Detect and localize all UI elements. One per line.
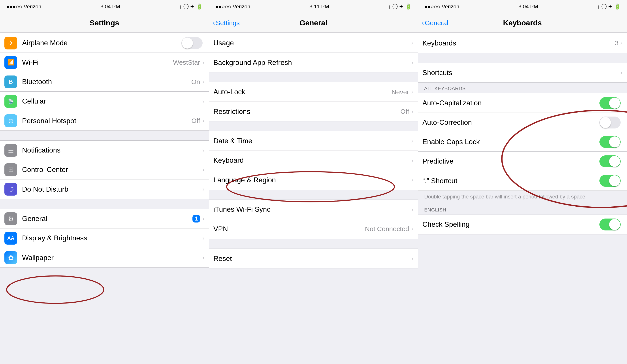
settings-group-2: ☰ Notifications › ⊞ Control Center › ☽ D…: [0, 140, 209, 199]
wallpaper-label: Wallpaper: [22, 254, 202, 262]
time-2: 3:11 PM: [310, 3, 329, 10]
row-shortcuts[interactable]: Shortcuts ›: [418, 63, 627, 82]
shortcuts-chevron: ›: [620, 69, 622, 76]
capslock-toggle[interactable]: [599, 136, 621, 148]
row-vpn[interactable]: VPN Not Connected ›: [209, 219, 418, 239]
row-language[interactable]: Language & Region ›: [209, 170, 418, 190]
keyboards-group-3: Auto-Capitalization Auto-Correction Enab…: [418, 93, 627, 191]
wifi-label: Wi-Fi: [22, 58, 173, 66]
carrier-3: ●●○○○ Verizon: [424, 3, 459, 10]
row-notifications[interactable]: ☰ Notifications ›: [0, 141, 209, 160]
general-icon: ⚙: [4, 212, 17, 225]
row-general[interactable]: ⚙ General 1 ›: [0, 209, 209, 228]
row-period-shortcut[interactable]: “.” Shortcut: [418, 171, 627, 191]
row-cellular[interactable]: 📡 Cellular ›: [0, 92, 209, 111]
row-dnd[interactable]: ☽ Do Not Disturb ›: [0, 179, 209, 199]
wifi-chevron: ›: [202, 59, 204, 66]
panel-settings: ●●●○○ Verizon 3:04 PM ↑ ⓘ ✦ 🔋 Settings ✈…: [0, 0, 209, 364]
restrictions-value: Off: [400, 108, 409, 115]
vpn-chevron: ›: [411, 225, 413, 232]
row-autocorrect[interactable]: Auto-Correction: [418, 113, 627, 132]
nav-title-3: Keyboards: [503, 19, 542, 27]
back-btn-2[interactable]: ‹ Settings: [212, 19, 240, 27]
row-datetime[interactable]: Date & Time ›: [209, 131, 418, 151]
period-note: Double tapping the space bar will insert…: [418, 191, 627, 204]
cellular-label: Cellular: [22, 97, 202, 105]
hotspot-value: Off: [191, 117, 200, 124]
autocap-toggle[interactable]: [599, 97, 621, 109]
general-group-2: Auto-Lock Never › Restrictions Off ›: [209, 82, 418, 121]
time-1: 3:04 PM: [101, 3, 120, 10]
bluetooth-value: On: [191, 78, 200, 86]
carrier-1: ●●●○○ Verizon: [6, 3, 41, 10]
itunes-label: iTunes Wi-Fi Sync: [213, 205, 411, 213]
keyboards-group-4: Check Spelling: [418, 214, 627, 234]
row-bluetooth[interactable]: B Bluetooth On ›: [0, 72, 209, 92]
autocap-label: Auto-Capitalization: [422, 99, 599, 107]
vpn-value: Not Connected: [365, 225, 409, 233]
general-chevron: ›: [202, 215, 204, 222]
row-hotspot[interactable]: ⊕ Personal Hotspot Off ›: [0, 111, 209, 130]
reset-chevron: ›: [411, 255, 413, 262]
check-spelling-toggle[interactable]: [599, 218, 621, 230]
row-autolock[interactable]: Auto-Lock Never ›: [209, 82, 418, 102]
control-center-chevron: ›: [202, 166, 204, 173]
display-label: Display & Brightness: [22, 234, 202, 242]
row-autocap[interactable]: Auto-Capitalization: [418, 93, 627, 113]
wallpaper-chevron: ›: [202, 254, 204, 261]
dnd-label: Do Not Disturb: [22, 185, 202, 193]
back-label-3: General: [425, 19, 448, 27]
row-keyboards[interactable]: Keyboards 3 ›: [418, 33, 627, 53]
general-badge: 1: [192, 215, 200, 222]
nav-bar-1: Settings: [0, 13, 209, 33]
keyboards-label: Keyboards: [422, 39, 615, 47]
general-group-4: iTunes Wi-Fi Sync › VPN Not Connected ›: [209, 200, 418, 239]
wifi-icon: 📶: [4, 56, 17, 69]
keyboards-panel: ●●○○○ Verizon 3:04 PM ↑ ⓘ ✦ 🔋 ‹ General …: [418, 0, 627, 364]
autolock-label: Auto-Lock: [213, 88, 392, 96]
notifications-icon: ☰: [4, 144, 17, 157]
back-btn-3[interactable]: ‹ General: [421, 19, 448, 27]
row-restrictions[interactable]: Restrictions Off ›: [209, 102, 418, 121]
row-display[interactable]: AA Display & Brightness ›: [0, 228, 209, 248]
airplane-toggle[interactable]: [181, 37, 203, 49]
row-control-center[interactable]: ⊞ Control Center ›: [0, 160, 209, 179]
bg-refresh-label: Background App Refresh: [213, 58, 411, 67]
wifi-value: WestStar: [173, 59, 200, 66]
hotspot-icon: ⊕: [4, 114, 17, 127]
autocorrect-toggle[interactable]: [599, 116, 621, 128]
period-label: “.” Shortcut: [422, 177, 599, 185]
bluetooth-icon: B: [4, 75, 17, 88]
status-icons-2: ↑ ⓘ ✦ 🔋: [388, 3, 412, 10]
row-itunes[interactable]: iTunes Wi-Fi Sync ›: [209, 200, 418, 219]
restrictions-label: Restrictions: [213, 107, 400, 116]
row-capslock[interactable]: Enable Caps Lock: [418, 132, 627, 152]
wallpaper-icon: ✿: [4, 251, 17, 264]
bluetooth-label: Bluetooth: [22, 78, 191, 86]
row-keyboard[interactable]: Keyboard ›: [209, 151, 418, 170]
predictive-toggle[interactable]: [599, 156, 621, 167]
status-bar-2: ●●○○○ Verizon 3:11 PM ↑ ⓘ ✦ 🔋: [209, 0, 418, 13]
row-usage[interactable]: Usage ›: [209, 33, 418, 53]
row-reset[interactable]: Reset ›: [209, 249, 418, 268]
period-toggle[interactable]: [599, 175, 621, 187]
settings-panel: ●●●○○ Verizon 3:04 PM ↑ ⓘ ✦ 🔋 Settings ✈…: [0, 0, 209, 364]
notifications-chevron: ›: [202, 147, 204, 154]
bg-refresh-chevron: ›: [411, 59, 413, 66]
row-bg-refresh[interactable]: Background App Refresh ›: [209, 53, 418, 72]
row-wifi[interactable]: 📶 Wi-Fi WestStar ›: [0, 53, 209, 72]
autolock-chevron: ›: [411, 89, 413, 96]
back-label-2: Settings: [216, 19, 240, 27]
all-keyboards-header: ALL KEYBOARDS: [418, 83, 627, 93]
dnd-chevron: ›: [202, 186, 204, 193]
row-wallpaper[interactable]: ✿ Wallpaper ›: [0, 248, 209, 267]
row-airplane[interactable]: ✈ Airplane Mode: [0, 33, 209, 53]
row-predictive[interactable]: Predictive: [418, 152, 627, 171]
row-check-spelling[interactable]: Check Spelling: [418, 215, 627, 234]
keyboard-chevron: ›: [411, 157, 413, 164]
itunes-chevron: ›: [411, 206, 413, 213]
datetime-label: Date & Time: [213, 137, 411, 145]
reset-label: Reset: [213, 255, 411, 263]
keyboards-group-1: Keyboards 3 ›: [418, 33, 627, 53]
status-bar-3: ●●○○○ Verizon 3:04 PM ↑ ⓘ ✦ 🔋: [418, 0, 627, 13]
